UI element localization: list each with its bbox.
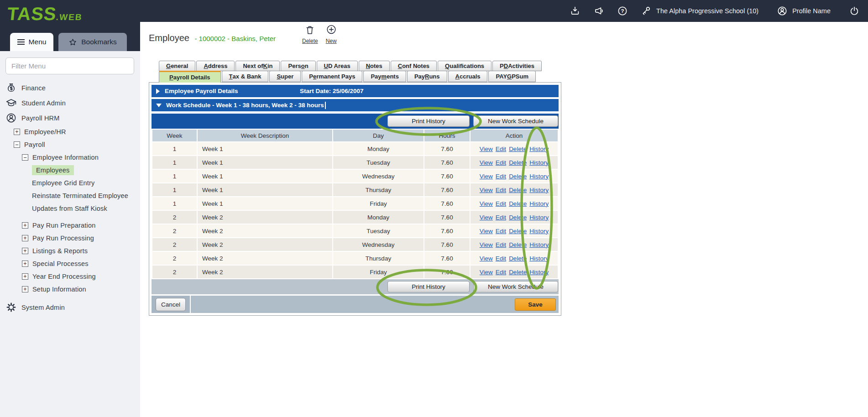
action-link-view[interactable]: View bbox=[480, 173, 493, 180]
action-link-delete[interactable]: Delete bbox=[509, 241, 527, 248]
filter-menu-input[interactable] bbox=[5, 57, 134, 74]
sidebar-item-student-admin[interactable]: Student Admin bbox=[0, 95, 140, 110]
collapse-icon[interactable]: − bbox=[14, 141, 20, 148]
tab-pay-runs[interactable]: Pay Runs bbox=[407, 71, 447, 82]
sidebar-item-year-end-processing[interactable]: +Year End Processing bbox=[0, 270, 140, 283]
tab-conf-notes[interactable]: Conf Notes bbox=[391, 61, 437, 71]
action-link-view[interactable]: View bbox=[480, 159, 493, 166]
new-work-schedule-button-top[interactable]: New Work Schedule bbox=[473, 115, 558, 127]
action-link-history[interactable]: History bbox=[529, 228, 549, 235]
tab-person[interactable]: Person bbox=[281, 61, 315, 71]
section-header-work-schedule[interactable]: Work Schedule - Week 1 - 38 hours, Week … bbox=[152, 99, 559, 111]
action-link-view[interactable]: View bbox=[480, 228, 493, 235]
sidebar-item-listings-reports[interactable]: +Listings & Reports bbox=[0, 245, 140, 257]
expand-icon[interactable]: + bbox=[22, 286, 28, 292]
action-link-edit[interactable]: Edit bbox=[496, 214, 506, 221]
expand-icon[interactable]: + bbox=[14, 129, 20, 135]
action-link-view[interactable]: View bbox=[480, 255, 493, 262]
new-work-schedule-button-bottom[interactable]: New Work Schedule bbox=[473, 281, 558, 292]
save-button[interactable]: Save bbox=[515, 298, 556, 311]
delete-button[interactable]: Delete bbox=[302, 24, 318, 44]
tab-next-of-kin[interactable]: Next of Kin bbox=[235, 61, 280, 71]
action-link-delete[interactable]: Delete bbox=[509, 146, 527, 152]
sidebar-item-employee-hr[interactable]: +Employee/HR bbox=[0, 125, 140, 138]
tab-ud-areas[interactable]: UD Areas bbox=[317, 61, 358, 71]
action-link-history[interactable]: History bbox=[529, 214, 549, 221]
power-icon[interactable] bbox=[849, 5, 860, 16]
action-link-history[interactable]: History bbox=[529, 269, 549, 276]
expand-icon[interactable]: + bbox=[22, 235, 28, 241]
action-link-edit[interactable]: Edit bbox=[496, 173, 506, 180]
tab-permanent-pays[interactable]: Permanent Pays bbox=[302, 71, 362, 82]
action-link-history[interactable]: History bbox=[529, 241, 549, 248]
sidebar-item-reinstate-terminated-employee[interactable]: Reinstate Terminated Employee bbox=[0, 189, 140, 202]
tab-address[interactable]: Address bbox=[196, 61, 235, 71]
school-selector[interactable]: The Alpha Progressive School (10) bbox=[641, 5, 758, 16]
action-link-edit[interactable]: Edit bbox=[496, 146, 506, 152]
expand-icon[interactable]: + bbox=[22, 222, 28, 229]
sidebar-item-employee-information[interactable]: −Employee Information bbox=[0, 151, 140, 164]
action-link-view[interactable]: View bbox=[480, 269, 493, 276]
action-link-edit[interactable]: Edit bbox=[496, 228, 506, 235]
tab-accruals[interactable]: Accruals bbox=[448, 71, 488, 82]
action-link-delete[interactable]: Delete bbox=[509, 228, 527, 235]
sidebar-item-setup-information[interactable]: +Setup Information bbox=[0, 283, 140, 296]
action-link-history[interactable]: History bbox=[529, 159, 549, 166]
action-link-delete[interactable]: Delete bbox=[509, 200, 527, 207]
tab-pd-activities[interactable]: PD Activities bbox=[492, 61, 542, 71]
action-link-view[interactable]: View bbox=[480, 214, 493, 221]
action-link-edit[interactable]: Edit bbox=[496, 241, 506, 248]
help-icon[interactable]: ? bbox=[617, 5, 628, 16]
new-button[interactable]: New bbox=[325, 24, 337, 44]
sidebar-item-pay-run-processing[interactable]: +Pay Run Processing bbox=[0, 232, 140, 245]
tab-payroll-details[interactable]: Payroll Details bbox=[159, 71, 221, 83]
print-history-button-top[interactable]: Print History bbox=[387, 115, 470, 127]
expand-icon[interactable]: + bbox=[22, 273, 28, 280]
action-link-edit[interactable]: Edit bbox=[496, 269, 506, 276]
action-link-delete[interactable]: Delete bbox=[509, 255, 527, 262]
action-link-history[interactable]: History bbox=[529, 255, 549, 262]
sidebar-item-payroll[interactable]: −Payroll bbox=[0, 138, 140, 151]
action-link-history[interactable]: History bbox=[529, 173, 549, 180]
megaphone-icon[interactable] bbox=[593, 5, 604, 16]
sidebar-item-system-admin[interactable]: System Admin bbox=[0, 300, 140, 315]
sidebar-item-pay-run-preparation[interactable]: +Pay Run Preparation bbox=[0, 219, 140, 232]
action-link-delete[interactable]: Delete bbox=[509, 173, 527, 180]
tab-super[interactable]: Super bbox=[269, 71, 301, 82]
action-link-delete[interactable]: Delete bbox=[509, 187, 527, 193]
collapse-icon[interactable]: − bbox=[22, 154, 28, 161]
expand-icon[interactable]: + bbox=[22, 261, 28, 267]
action-link-edit[interactable]: Edit bbox=[496, 255, 506, 262]
sidebar-item-payroll-hrm[interactable]: Payroll HRM bbox=[0, 110, 140, 125]
sidebar-item-employees[interactable]: Employees bbox=[0, 164, 140, 177]
action-link-history[interactable]: History bbox=[529, 187, 549, 193]
tab-notes[interactable]: Notes bbox=[359, 61, 390, 71]
sidebar-item-finance[interactable]: Finance bbox=[0, 80, 140, 95]
action-link-edit[interactable]: Edit bbox=[496, 200, 506, 207]
download-icon[interactable] bbox=[570, 5, 580, 16]
menu-button[interactable]: Menu bbox=[10, 33, 53, 51]
action-link-view[interactable]: View bbox=[480, 146, 493, 152]
action-link-delete[interactable]: Delete bbox=[509, 269, 527, 276]
profile-menu[interactable]: Profile Name bbox=[777, 5, 831, 16]
action-link-view[interactable]: View bbox=[480, 241, 493, 248]
action-link-history[interactable]: History bbox=[529, 146, 549, 152]
sidebar-item-employee-grid-entry[interactable]: Employee Grid Entry bbox=[0, 177, 140, 189]
cancel-button[interactable]: Cancel bbox=[156, 298, 186, 311]
bookmarks-button[interactable]: Bookmarks bbox=[58, 33, 127, 51]
print-history-button-bottom[interactable]: Print History bbox=[387, 281, 470, 292]
tab-general[interactable]: General bbox=[159, 61, 195, 71]
action-link-history[interactable]: History bbox=[529, 200, 549, 207]
sidebar-item-updates-from-staff-kiosk[interactable]: Updates from Staff Kiosk bbox=[0, 202, 140, 215]
action-link-delete[interactable]: Delete bbox=[509, 159, 527, 166]
expand-icon[interactable]: + bbox=[22, 248, 28, 254]
action-link-edit[interactable]: Edit bbox=[496, 187, 506, 193]
sidebar-item-special-processes[interactable]: +Special Processes bbox=[0, 257, 140, 270]
tab-payments[interactable]: Payments bbox=[363, 71, 406, 82]
action-link-edit[interactable]: Edit bbox=[496, 159, 506, 166]
action-link-view[interactable]: View bbox=[480, 200, 493, 207]
tab-qualifications[interactable]: Qualifications bbox=[438, 61, 492, 71]
tab-payg-psum[interactable]: PAYG PSum bbox=[488, 71, 536, 82]
tab-tax-bank[interactable]: Tax & Bank bbox=[222, 71, 269, 82]
action-link-delete[interactable]: Delete bbox=[509, 214, 527, 221]
